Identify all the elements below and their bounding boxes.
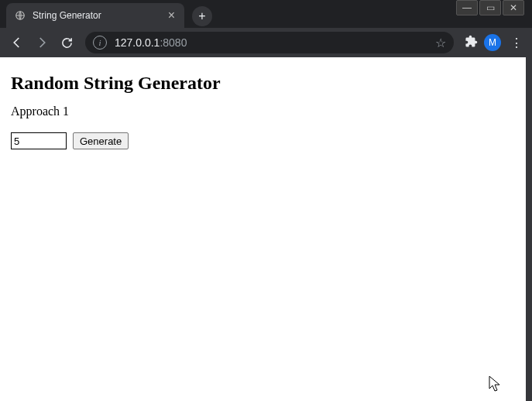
page-viewport: Random String Generator Approach 1 Gener… <box>0 57 532 401</box>
browser-tab[interactable]: String Generator × <box>6 3 184 28</box>
page-subheading: Approach 1 <box>11 105 515 118</box>
profile-avatar[interactable]: M <box>484 34 501 51</box>
length-input[interactable] <box>11 132 67 149</box>
address-port: :8080 <box>160 36 187 49</box>
extensions-icon[interactable] <box>465 35 478 51</box>
back-button[interactable] <box>6 32 28 53</box>
bookmark-star-icon[interactable]: ☆ <box>435 36 446 50</box>
generate-button[interactable]: Generate <box>73 132 129 149</box>
window-close-button[interactable]: ✕ <box>503 0 524 15</box>
new-tab-button[interactable]: + <box>192 6 212 26</box>
window-controls: — ▭ ✕ <box>455 0 524 15</box>
page-content: Random String Generator Approach 1 Gener… <box>0 57 526 160</box>
page-heading: Random String Generator <box>11 73 515 94</box>
plus-icon: + <box>198 9 205 23</box>
tab-title: String Generator <box>33 10 166 21</box>
site-info-icon[interactable]: i <box>93 36 107 50</box>
tab-close-icon[interactable]: × <box>166 9 177 22</box>
toolbar-right: M ⋮ <box>462 34 526 51</box>
address-host: 127.0.0.1 <box>115 36 160 49</box>
reload-button[interactable] <box>56 32 77 53</box>
forward-button[interactable] <box>31 32 53 53</box>
generator-form: Generate <box>11 132 515 149</box>
address-bar[interactable]: i 127.0.0.1:8080 ☆ <box>85 32 454 53</box>
kebab-menu-icon[interactable]: ⋮ <box>507 36 526 50</box>
globe-icon <box>14 9 26 22</box>
minimize-button[interactable]: — <box>456 0 478 15</box>
tab-strip: String Generator × + <box>0 0 532 28</box>
maximize-button[interactable]: ▭ <box>479 0 501 15</box>
browser-toolbar: i 127.0.0.1:8080 ☆ M ⋮ <box>0 28 532 57</box>
